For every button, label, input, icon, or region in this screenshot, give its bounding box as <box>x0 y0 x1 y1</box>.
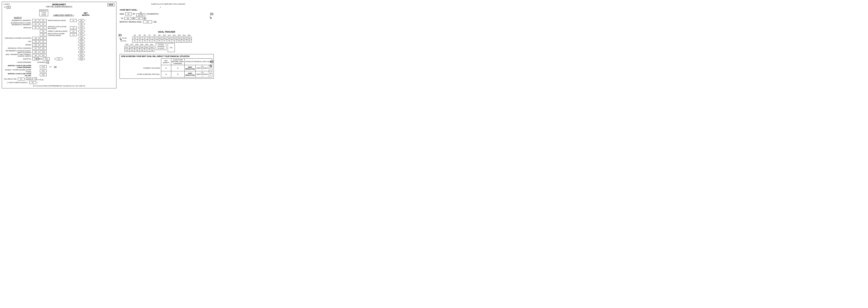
actual-cell[interactable]: T2 <box>137 39 142 42</box>
actual-cell[interactable]: T3 <box>142 39 147 42</box>
table-row: MISC. PROPERTY AND OTHER FI-NANCIAL ASSE… <box>4 54 115 57</box>
net-oval-n6: N6 <box>78 37 85 40</box>
plan-cell[interactable]: G11 <box>162 37 167 39</box>
plan-cell[interactable]: G20 <box>139 46 144 49</box>
actual-cell[interactable]: T12 <box>187 39 191 42</box>
i4-cell[interactable]: I4 <box>161 71 171 77</box>
plan-cell[interactable]: G7 <box>142 37 147 39</box>
plan-cell[interactable]: G19 <box>134 46 139 49</box>
cf-box-v1[interactable]: V1 <box>46 61 49 64</box>
impact-current-row: CURRENT SITUATION: I1 I2 DEBT REDUCTION … <box>135 65 212 71</box>
plan-cell[interactable]: G9 <box>152 37 157 39</box>
g1-box[interactable]: G1 <box>125 12 132 16</box>
actual-cell[interactable]: T5 <box>152 39 157 42</box>
g3-box[interactable]: G3 <box>136 17 143 20</box>
asset-box-a1[interactable]: A1 <box>32 19 39 22</box>
actual-cell[interactable]: T15 <box>134 49 139 52</box>
right-panel: (USER FILLS IN THEIR NEXT GOAL AMOUNT) ↓… <box>118 2 215 88</box>
cf-box-c9[interactable]: C9 <box>40 47 46 50</box>
plan-cell[interactable]: G12 <box>167 37 172 39</box>
actual-cell[interactable]: T4 <box>147 39 152 42</box>
cf-box-c7[interactable]: C7 <box>40 40 46 43</box>
actual-cell[interactable]: T6 <box>157 39 162 42</box>
actual-cell[interactable]: T17 <box>144 49 149 52</box>
liab-box-l2[interactable]: L2 <box>70 26 77 29</box>
f2-box[interactable]: F2 <box>29 81 36 84</box>
actual-cell[interactable]: T10 <box>177 39 182 42</box>
table-row: BONDS A6 C8 N8 <box>4 43 115 47</box>
liab-box-l1[interactable]: L1 <box>70 19 77 22</box>
plan-cell[interactable]: G5 <box>132 37 137 39</box>
impact-section: HOW ACHIEVING YOUR NEXT GOAL WILL IMPACT… <box>120 54 214 79</box>
plan-cell[interactable]: G22 <box>149 46 154 49</box>
i2-cell[interactable]: I2 <box>171 65 184 71</box>
asset-box-a5[interactable]: A5 <box>32 40 39 43</box>
actual-cell[interactable]: T11 <box>182 39 187 42</box>
actual-cell[interactable]: T9 <box>172 39 177 42</box>
actual-cell[interactable]: T7 <box>162 39 167 42</box>
date-box[interactable]: (DATE) <box>136 13 145 16</box>
plan-cell[interactable]: G15 <box>182 37 187 39</box>
asset-box-a8[interactable]: A8 <box>32 51 39 53</box>
curved-arrow-30: ↳ <box>119 37 122 41</box>
liab-box-l5[interactable]: L5 <box>55 58 63 60</box>
d1-label: ↗ D1 <box>4 6 10 9</box>
plan-row-1: PLAN: G5 G6 G7 G8 G9 G10 G11 G12 G13 G14… <box>120 37 191 39</box>
g4-box[interactable]: G4 <box>143 21 152 23</box>
liab-box-l4[interactable]: L4 <box>70 33 77 36</box>
plan-cell[interactable]: G10 <box>157 37 162 39</box>
i6-cell[interactable]: I6 ) <box>209 71 212 77</box>
arrow-16-annotation: ← 16 <box>49 64 57 69</box>
asset-box-a3[interactable]: A3 <box>32 26 39 29</box>
checkbox-2[interactable]: ▼ <box>144 17 146 20</box>
asset-box-a2[interactable]: A2 <box>32 23 39 25</box>
save-button[interactable]: SAVE <box>107 3 115 6</box>
table-row: RESIDENTIAL PROPERTY A1 C1 MORTGAGE BALA… <box>4 19 115 22</box>
actual-cell[interactable]: T13 <box>124 49 129 52</box>
row-label: RESIDENTIAL PROPERTY <box>4 20 32 22</box>
plan-cell[interactable]: G6 <box>137 37 142 39</box>
checkbox-1[interactable]: ▼ <box>132 17 135 20</box>
cf-box-c2[interactable]: C2 <box>40 23 46 25</box>
left-worksheet-panel: [ DATE ] ↗ D1 WORKSHEET FOR THE: [USER] … <box>2 2 116 88</box>
plan-cell[interactable]: G21 <box>144 46 149 49</box>
plan-cell[interactable]: G16 <box>187 37 191 39</box>
f1-box[interactable]: F1 <box>18 78 25 81</box>
cf-box-c4[interactable]: C4 <box>40 30 46 33</box>
goal-row-1: SAVE G1 BY D2 (DATE) ( D3 MONTHS ) <box>120 12 214 16</box>
i5-cell[interactable]: I5 <box>171 71 184 77</box>
cf-box-c6[interactable]: C6 <box>40 37 46 40</box>
actual-cell[interactable]: T16 <box>139 49 144 52</box>
cf-box-c1[interactable]: C1 <box>40 19 46 22</box>
cf-box-c11[interactable]: C11 <box>40 54 46 57</box>
goal-row-2: ...TO G2 ▼ G3 ▼ <box>120 17 214 20</box>
actual-row-2: T13 T14 T15 T16 T17 T18 <box>120 49 154 52</box>
plan-cell[interactable]: G14 <box>177 37 182 39</box>
actual-row-1: ACTUAL: T1 T2 T3 T4 T5 T6 T7 T8 T9 T10 T… <box>120 39 191 42</box>
asset-box-a7[interactable]: A7 <box>32 47 39 50</box>
plan-cell[interactable]: G18 <box>129 46 134 49</box>
cf-box-c8[interactable]: C8 <box>40 43 46 47</box>
asset-box-a6[interactable]: A6 <box>32 43 39 47</box>
liabilities-header: LIABILITIES (DEBTS) = <box>50 14 78 16</box>
plan-cell[interactable]: G17 <box>124 46 129 49</box>
actual-cell[interactable]: T14 <box>129 49 134 52</box>
asset-box-a4[interactable]: A4 <box>32 37 39 40</box>
actual-cell[interactable]: T18 <box>149 49 154 52</box>
asset-box-a9[interactable]: A9 <box>32 54 39 57</box>
cf-box-c15[interactable]: C15 <box>40 73 46 76</box>
cf-box-c3[interactable]: C3 <box>40 26 46 29</box>
liab-box-l3[interactable]: L3 <box>70 30 77 33</box>
cf-box-c10[interactable]: C10 <box>40 51 46 53</box>
g2-box[interactable]: G2 <box>124 17 131 20</box>
plan-cell[interactable]: G8 <box>147 37 152 39</box>
cf-box-c13[interactable]: C13 <box>40 65 46 68</box>
i1-cell[interactable]: I1 <box>161 65 171 71</box>
arrow-down-icon: ↓ <box>159 5 162 9</box>
actual-cell[interactable]: T1 <box>132 39 137 42</box>
t61-box[interactable]: T61 <box>168 43 175 52</box>
cf-box-c14[interactable]: C14 <box>40 69 46 72</box>
actual-cell[interactable]: T8 <box>167 39 172 42</box>
cf-box-c5[interactable]: C5 <box>40 33 46 36</box>
plan-cell[interactable]: G13 <box>172 37 177 39</box>
